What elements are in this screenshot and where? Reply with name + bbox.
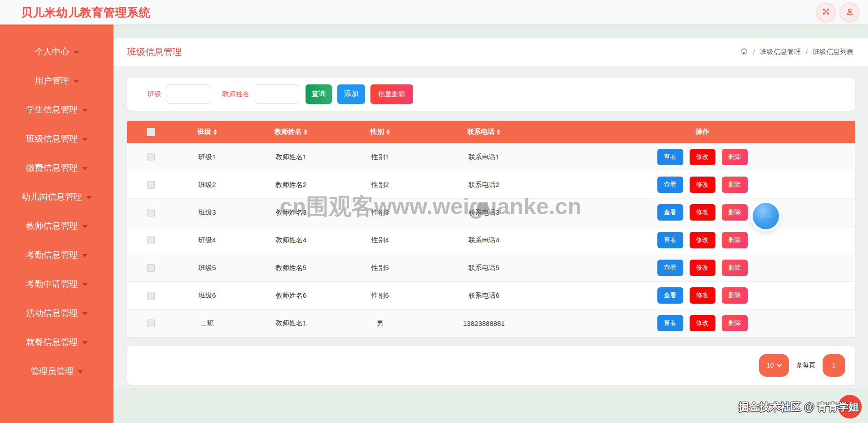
add-button[interactable]: 添加 (337, 84, 365, 104)
column-header-label: 班级 (197, 128, 211, 136)
edit-button[interactable]: 修改 (690, 232, 715, 248)
row-checkbox[interactable] (147, 320, 155, 327)
teacher-filter-input[interactable] (255, 84, 299, 104)
sidebar-item[interactable]: 学生信息管理 (0, 95, 113, 124)
chevron-down-icon (74, 80, 79, 83)
row-actions: 查看 修改 删除 (549, 177, 855, 193)
sidebar-item-label: 幼儿园信息管理 (22, 191, 82, 203)
cell-phone: 联系电话3 (419, 208, 550, 217)
sidebar-item[interactable]: 班级信息管理 (0, 124, 113, 153)
page-title: 班级信息管理 (127, 46, 182, 58)
view-button[interactable]: 查看 (657, 149, 683, 165)
breadcrumb-separator: / (806, 48, 808, 56)
table-header-ops: 操作 (549, 128, 855, 136)
chevron-down-icon (82, 312, 88, 315)
chevron-down-icon (82, 138, 88, 141)
edit-button[interactable]: 修改 (690, 287, 715, 304)
sidebar-item[interactable]: 缴费信息管理 (0, 153, 113, 182)
sidebar-item[interactable]: 用户管理 (0, 66, 113, 95)
view-button[interactable]: 查看 (657, 232, 683, 248)
cell-gender: 性别6 (342, 291, 418, 300)
delete-button[interactable]: 删除 (722, 204, 748, 221)
table-row: 班级3 教师姓名3 性别3 联系电话3 查看 修改 删除 (127, 198, 855, 226)
breadcrumb-item-current[interactable]: 班级信息列表 (813, 48, 853, 56)
chevron-down-icon (82, 283, 88, 286)
row-checkbox[interactable] (147, 153, 155, 161)
cell-gender: 性别3 (342, 208, 418, 217)
cell-gender: 性别5 (342, 264, 418, 272)
user-button[interactable] (841, 4, 858, 21)
edit-button[interactable]: 修改 (690, 149, 715, 165)
content-area: 班级 教师姓名 查询 添加 批量删除 班级 教师姓名 性别 联系电话 操作 (113, 66, 868, 388)
class-filter-input[interactable] (167, 84, 211, 104)
cell-teacher-name: 教师姓名6 (240, 291, 342, 300)
batch-delete-button[interactable]: 批量删除 (370, 84, 413, 104)
delete-button[interactable]: 删除 (722, 287, 748, 304)
view-button[interactable]: 查看 (657, 315, 683, 331)
edit-button[interactable]: 修改 (690, 177, 715, 193)
view-button[interactable]: 查看 (657, 204, 683, 221)
edit-button[interactable]: 修改 (690, 260, 715, 276)
home-icon[interactable] (740, 47, 748, 57)
class-table: 班级 教师姓名 性别 联系电话 操作 班级1 教师姓名1 性别1 联系电话1 查… (127, 121, 855, 337)
fullscreen-button[interactable] (818, 4, 834, 21)
sidebar-item[interactable]: 个人中心 (0, 37, 113, 66)
sort-icon (497, 129, 500, 135)
sidebar-item[interactable]: 考勤申请管理 (0, 270, 113, 299)
delete-button[interactable]: 删除 (722, 232, 748, 248)
floating-ball-widget[interactable]: - · - (753, 203, 779, 229)
sidebar-item[interactable]: 活动信息管理 (0, 299, 113, 328)
search-button[interactable]: 查询 (306, 84, 332, 104)
breadcrumb-separator: / (753, 48, 755, 56)
row-actions: 查看 修改 删除 (549, 149, 855, 165)
cell-class-name: 班级6 (174, 291, 240, 300)
sidebar-item[interactable]: 管理员管理 (0, 357, 113, 386)
edit-button[interactable]: 修改 (690, 204, 715, 221)
row-checkbox-cell (127, 236, 174, 244)
cell-phone: 联系电话5 (419, 264, 550, 272)
floating-ball-glyph: - · - (760, 214, 771, 218)
row-checkbox[interactable] (147, 236, 155, 244)
page-number-button[interactable]: 1 (823, 354, 845, 377)
view-button[interactable]: 查看 (657, 260, 683, 276)
table-row: 班级5 教师姓名5 性别5 联系电话5 查看 修改 删除 (127, 254, 855, 281)
cell-phone: 联系电话1 (419, 153, 550, 162)
cell-class-name: 班级1 (174, 153, 240, 162)
column-header-label: 教师姓名 (274, 128, 301, 136)
page-size-select[interactable]: 10 (759, 354, 789, 377)
cell-teacher-name: 教师姓名3 (240, 208, 342, 217)
row-checkbox[interactable] (147, 181, 155, 189)
delete-button[interactable]: 删除 (722, 149, 748, 165)
view-button[interactable]: 查看 (657, 287, 683, 304)
breadcrumb-item[interactable]: 班级信息管理 (760, 48, 801, 56)
sortable-column-header[interactable]: 班级 (174, 128, 240, 136)
select-all-cell (127, 128, 174, 136)
delete-button[interactable]: 删除 (722, 315, 748, 331)
sidebar-item-label: 考勤申请管理 (26, 278, 78, 290)
delete-button[interactable]: 删除 (722, 260, 748, 276)
sidebar-item[interactable]: 教师信息管理 (0, 212, 113, 241)
footer-credit: 掘金技术社区 @ 青青学姐 (739, 394, 863, 419)
table-row: 二班 教师姓名1 男 13823888881 查看 修改 删除 (127, 309, 855, 337)
cell-phone: 联系电话6 (419, 291, 550, 300)
class-filter-label: 班级 (148, 90, 161, 98)
select-all-checkbox[interactable] (147, 128, 155, 136)
row-checkbox[interactable] (147, 264, 155, 272)
sidebar-item[interactable]: 幼儿园信息管理 (0, 182, 113, 212)
sortable-column-header[interactable]: 性别 (342, 128, 418, 136)
row-checkbox[interactable] (147, 209, 155, 216)
row-checkbox-cell (127, 153, 174, 161)
table-row: 班级4 教师姓名4 性别4 联系电话4 查看 修改 删除 (127, 226, 855, 254)
sidebar: 个人中心 用户管理 学生信息管理 班级信息管理 缴费信息管理 幼儿园信息管理 教… (0, 25, 113, 423)
sortable-column-header[interactable]: 教师姓名 (240, 128, 342, 136)
sortable-column-header[interactable]: 联系电话 (419, 128, 550, 136)
page-titlebar: 班级信息管理 / 班级信息管理 / 班级信息列表 (113, 38, 868, 66)
view-button[interactable]: 查看 (657, 177, 683, 193)
sidebar-item[interactable]: 考勤信息管理 (0, 241, 113, 270)
sort-icon (213, 129, 217, 135)
sidebar-item[interactable]: 就餐信息管理 (0, 328, 113, 357)
edit-button[interactable]: 修改 (690, 315, 715, 331)
row-checkbox[interactable] (147, 292, 155, 300)
delete-button[interactable]: 删除 (722, 177, 748, 193)
sidebar-item-label: 教师信息管理 (26, 220, 78, 232)
